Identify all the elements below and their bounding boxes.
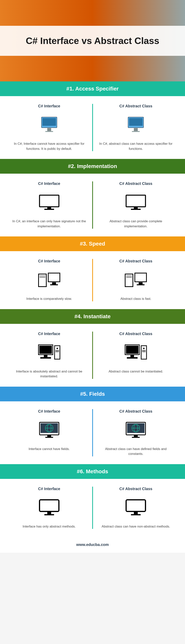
svg-rect-59 (126, 500, 146, 512)
svg-rect-58 (44, 514, 54, 515)
col-title-right: C# Abstract Class (98, 259, 174, 264)
svg-rect-9 (47, 207, 51, 209)
col-title-right: C# Abstract Class (98, 487, 174, 491)
monitor-icon (124, 498, 148, 517)
col-text-left: In C#, Interface cannot have access spec… (12, 141, 87, 151)
col-left: C# Interface In C#, Interface cannot hav… (6, 104, 92, 151)
svg-rect-36 (130, 355, 134, 357)
section-header-6: #6. Methods (0, 464, 185, 479)
imac-icon (124, 115, 148, 134)
col-left: C# Interface Interface is comparatively … (6, 259, 92, 301)
svg-rect-54 (134, 435, 138, 437)
svg-rect-27 (39, 346, 52, 354)
svg-rect-41 (142, 351, 146, 352)
hero-banner: C# Interface vs Abstract Class (0, 26, 185, 56)
section-header-5: #5. Fields (0, 387, 185, 401)
svg-rect-33 (56, 351, 59, 352)
comparison-3: C# Interface Interface is comparatively … (0, 251, 185, 309)
col-text-right: Abstract class cannot be instantiated. (98, 369, 174, 374)
divider (92, 409, 93, 456)
col-right: C# Abstract Class Abstract class can pro… (92, 182, 180, 229)
svg-rect-12 (134, 207, 138, 209)
col-text-left: Interface has only abstract methods. (12, 524, 87, 529)
svg-rect-6 (134, 128, 138, 131)
svg-rect-3 (45, 131, 53, 132)
svg-rect-47 (47, 435, 51, 437)
col-text-left: Interface is absolutely abstract and can… (12, 369, 87, 379)
globe-monitor-icon (124, 420, 148, 440)
divider (92, 487, 93, 529)
desktop-icon (124, 343, 148, 362)
col-text-right: Abstract class is fast. (98, 296, 174, 301)
comparison-5: C# Interface Interface cannot have field… (0, 401, 185, 464)
monitor-icon (38, 193, 61, 212)
comparison-4: C# Interface Interface is absolutely abs… (0, 324, 185, 387)
comparison-2: C# Interface In C#, an interface can onl… (0, 174, 185, 236)
svg-rect-1 (42, 118, 56, 126)
svg-rect-23 (135, 273, 146, 282)
col-title-right: C# Abstract Class (98, 182, 174, 186)
col-right: C# Abstract Class Abstract class can hav… (92, 487, 180, 529)
divider (92, 259, 93, 301)
monitor-icon (124, 193, 148, 212)
col-text-right: Abstract class can provide complete impl… (98, 219, 174, 229)
monitor-icon (38, 498, 61, 517)
svg-rect-57 (47, 512, 51, 514)
svg-rect-60 (134, 512, 138, 514)
col-title-right: C# Abstract Class (98, 332, 174, 336)
section-header-1: #1. Access Specifier (0, 82, 185, 96)
svg-rect-11 (126, 195, 146, 207)
svg-rect-24 (139, 282, 142, 284)
col-title-left: C# Interface (12, 487, 87, 491)
infographic-container: C# Interface vs Abstract Class #1. Acces… (0, 0, 185, 553)
svg-rect-13 (131, 209, 141, 210)
divider (92, 104, 93, 151)
svg-rect-18 (52, 282, 56, 284)
footer-url: www.educba.com (0, 537, 185, 553)
svg-rect-5 (129, 118, 142, 126)
col-right: C# Abstract Class In C#, abstract class … (92, 104, 180, 151)
svg-rect-56 (40, 500, 59, 512)
svg-rect-25 (137, 284, 144, 285)
section-header-4: #4. Instantiate (0, 309, 185, 324)
svg-point-31 (56, 348, 58, 349)
servers-icon (38, 270, 61, 290)
col-left: C# Interface Interface is absolutely abs… (6, 332, 92, 379)
col-right: C# Abstract Class Abstract class can hav… (92, 409, 180, 456)
col-title-left: C# Interface (12, 182, 87, 186)
servers-icon (124, 270, 148, 290)
col-title-left: C# Interface (12, 409, 87, 414)
page-title: C# Interface vs Abstract Class (8, 36, 177, 46)
divider (92, 182, 93, 229)
desktop-icon (38, 343, 61, 362)
svg-rect-17 (48, 273, 60, 282)
divider (92, 332, 93, 379)
svg-rect-7 (132, 131, 140, 132)
col-title-left: C# Interface (12, 104, 87, 108)
svg-rect-35 (126, 346, 138, 354)
hero-section: C# Interface vs Abstract Class (0, 0, 185, 82)
col-title-left: C# Interface (12, 332, 87, 336)
svg-rect-32 (56, 350, 59, 351)
col-title-right: C# Abstract Class (98, 104, 174, 108)
svg-rect-61 (131, 514, 141, 515)
col-text-right: Abstract class can have defined fields a… (98, 446, 174, 456)
section-header-2: #2. Implementation (0, 159, 185, 174)
svg-rect-29 (40, 357, 51, 358)
col-text-left: Interface cannot have fields. (12, 446, 87, 452)
col-text-left: Interface is comparatively slow. (12, 296, 87, 301)
svg-rect-10 (44, 209, 54, 210)
col-text-right: Abstract class can have non-abstract met… (98, 524, 174, 529)
col-left: C# Interface In C#, an interface can onl… (6, 182, 92, 229)
col-right: C# Abstract Class Abstract class is fast… (92, 259, 180, 301)
globe-monitor-icon (38, 420, 61, 440)
col-text-right: In C#, abstract class can have access sp… (98, 141, 174, 151)
svg-point-39 (143, 348, 144, 349)
svg-rect-28 (44, 355, 47, 357)
comparison-6: C# Interface Interface has only abstract… (0, 479, 185, 537)
svg-rect-48 (45, 437, 53, 438)
imac-icon (38, 115, 61, 134)
svg-rect-40 (142, 350, 146, 351)
col-title-right: C# Abstract Class (98, 409, 174, 414)
col-right: C# Abstract Class Abstract class cannot … (92, 332, 180, 379)
